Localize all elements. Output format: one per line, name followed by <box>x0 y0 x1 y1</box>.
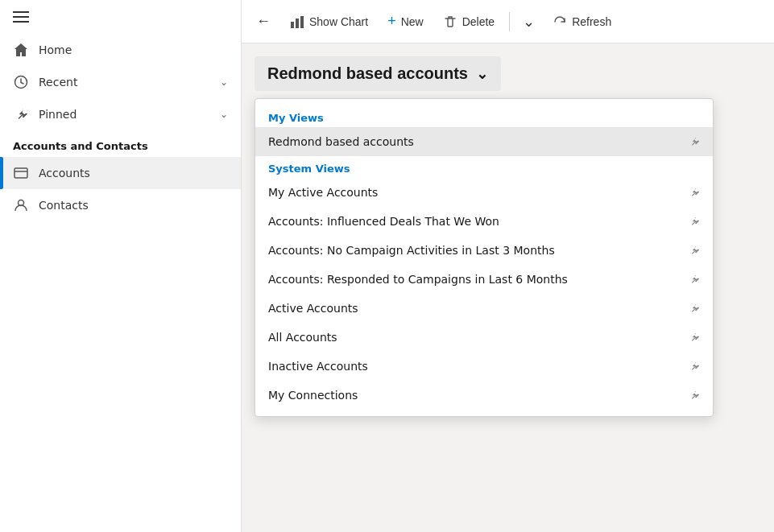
pin-icon <box>687 360 700 373</box>
refresh-button[interactable]: Refresh <box>544 10 619 34</box>
dropdown-item-label: Accounts: Influenced Deals That We Won <box>268 215 681 228</box>
pin-icon <box>687 135 700 148</box>
dropdown-item-inactive-accounts[interactable]: Inactive Accounts <box>255 352 713 381</box>
new-label: New <box>401 15 424 28</box>
dropdown-item-no-campaign[interactable]: Accounts: No Campaign Activities in Last… <box>255 236 713 265</box>
dropdown-item-label: Redmond based accounts <box>268 135 681 148</box>
current-view-label: Redmond based accounts <box>267 64 468 83</box>
sidebar: Home Recent ⌄ Pinned ⌄ Accounts and Cont… <box>0 0 242 532</box>
sidebar-item-recent[interactable]: Recent ⌄ <box>0 66 241 98</box>
pin-icon <box>687 389 700 402</box>
pin-icon <box>687 244 700 257</box>
accounts-icon <box>13 165 29 181</box>
hamburger-menu-button[interactable] <box>13 11 29 23</box>
pin-icon <box>687 186 700 199</box>
sidebar-pinned-label: Pinned <box>39 108 210 121</box>
dropdown-item-label: Inactive Accounts <box>268 360 681 373</box>
dropdown-item-label: My Connections <box>268 389 681 402</box>
dropdown-item-label: Accounts: No Campaign Activities in Last… <box>268 244 681 257</box>
clock-icon <box>13 74 29 90</box>
pin-icon <box>13 106 29 122</box>
toolbar: ← Show Chart + New Delete <box>242 0 774 43</box>
section-label: Accounts and Contacts <box>0 130 241 157</box>
chart-icon <box>290 14 304 29</box>
dropdown-item-label: My Active Accounts <box>268 186 681 199</box>
svg-rect-1 <box>14 168 27 178</box>
pin-icon <box>687 215 700 228</box>
dropdown-item-redmond[interactable]: Redmond based accounts <box>255 127 713 156</box>
more-button[interactable]: ⌄ <box>516 8 541 35</box>
sidebar-item-accounts[interactable]: Accounts <box>0 157 241 189</box>
trash-icon <box>443 14 457 29</box>
dropdown-item-all-accounts[interactable]: All Accounts <box>255 323 713 352</box>
dropdown-item-label: All Accounts <box>268 331 681 344</box>
dropdown-item-influenced-deals[interactable]: Accounts: Influenced Deals That We Won <box>255 207 713 236</box>
dropdown-item-label: Accounts: Responded to Campaigns in Last… <box>268 273 681 286</box>
back-button[interactable]: ← <box>248 8 279 35</box>
sidebar-contacts-label: Contacts <box>39 199 228 212</box>
content-area: Redmond based accounts ⌄ My Views Redmon… <box>242 43 774 532</box>
refresh-label: Refresh <box>572 15 611 28</box>
sidebar-header <box>0 0 241 34</box>
home-icon <box>13 42 29 58</box>
view-selector-chevron: ⌄ <box>476 65 488 83</box>
dropdown-item-my-connections[interactable]: My Connections <box>255 381 713 410</box>
chevron-down-icon: ⌄ <box>220 109 228 120</box>
svg-rect-3 <box>291 22 294 28</box>
refresh-icon <box>553 14 567 29</box>
sidebar-recent-label: Recent <box>39 76 210 89</box>
dropdown-item-active-accounts[interactable]: Active Accounts <box>255 294 713 323</box>
dropdown-item-label: Active Accounts <box>268 302 681 315</box>
my-views-header: My Views <box>255 105 713 127</box>
show-chart-label: Show Chart <box>309 15 368 28</box>
pin-icon <box>687 302 700 315</box>
sidebar-accounts-label: Accounts <box>39 167 228 179</box>
main-content: ← Show Chart + New Delete <box>242 0 774 532</box>
system-views-header: System Views <box>255 156 713 178</box>
pin-icon <box>687 331 700 344</box>
delete-label: Delete <box>462 15 495 28</box>
toolbar-divider <box>509 12 510 31</box>
svg-rect-5 <box>300 16 304 28</box>
delete-button[interactable]: Delete <box>435 10 503 34</box>
sidebar-home-label: Home <box>39 43 228 56</box>
sidebar-item-pinned[interactable]: Pinned ⌄ <box>0 98 241 130</box>
plus-icon: + <box>387 13 396 30</box>
sidebar-item-contacts[interactable]: Contacts <box>0 189 241 221</box>
chevron-down-icon: ⌄ <box>220 76 228 88</box>
show-chart-button[interactable]: Show Chart <box>282 10 376 34</box>
active-indicator <box>0 157 3 189</box>
dropdown-item-responded-campaigns[interactable]: Accounts: Responded to Campaigns in Last… <box>255 265 713 294</box>
view-selector-button[interactable]: Redmond based accounts ⌄ <box>255 56 501 91</box>
sidebar-item-home[interactable]: Home <box>0 34 241 66</box>
pin-icon <box>687 273 700 286</box>
new-button[interactable]: + New <box>379 8 432 35</box>
contacts-icon <box>13 197 29 213</box>
dropdown-item-my-active[interactable]: My Active Accounts <box>255 178 713 207</box>
view-dropdown-panel: My Views Redmond based accounts System V… <box>255 98 714 417</box>
svg-rect-4 <box>296 19 299 28</box>
